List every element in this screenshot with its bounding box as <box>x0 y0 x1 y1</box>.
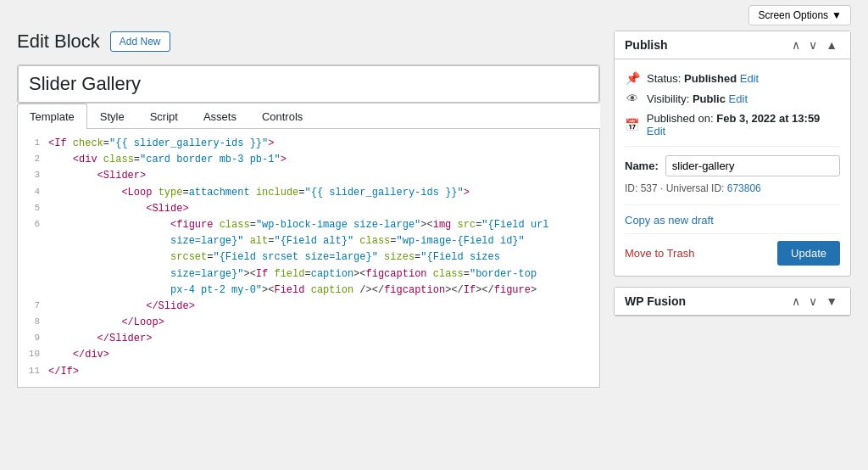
tab-assets[interactable]: Assets <box>191 104 249 129</box>
line-content-3: <Slider> <box>48 168 593 184</box>
divider-1 <box>625 146 840 147</box>
code-line-8: 8 </Loop> <box>18 315 599 331</box>
block-title-wrap <box>17 64 600 104</box>
line-content-11: </If> <box>48 364 593 380</box>
screen-options-arrow: ▼ <box>832 9 842 21</box>
screen-options-bar: Screen Options ▼ <box>0 0 868 31</box>
line-content-7: </Slide> <box>48 299 593 315</box>
code-line-10: 10 </div> <box>18 347 599 363</box>
screen-options-label: Screen Options <box>758 9 828 21</box>
published-label: Published on: Feb 3, 2022 at 13:59 Edit <box>647 112 840 137</box>
visibility-row: 👁 Visibility: Public Edit <box>625 88 840 109</box>
name-label: Name: <box>625 159 659 172</box>
publish-box-title: Publish <box>625 38 668 52</box>
line-num-2: 2 <box>25 152 48 167</box>
tabs-row: Template Style Script Assets Controls <box>17 104 600 129</box>
publish-box-controls: ∧ ∨ ▲ <box>789 38 840 52</box>
tab-script[interactable]: Script <box>137 104 191 129</box>
calendar-icon: 📅 <box>625 118 640 131</box>
line-content-8: </Loop> <box>48 315 593 331</box>
status-label: Status: Published Edit <box>647 72 759 85</box>
name-input[interactable] <box>665 155 840 176</box>
visibility-edit-link[interactable]: Edit <box>729 92 748 105</box>
status-edit-link[interactable]: Edit <box>740 72 759 85</box>
right-panel: Publish ∧ ∨ ▲ 📌 Status: Published Edit <box>614 31 851 388</box>
code-line-1: 1 <If check="{{ slider_gallery-ids }}"> <box>18 136 599 152</box>
line-content-10: </div> <box>48 347 593 363</box>
universal-id-link[interactable]: 673806 <box>727 182 761 194</box>
wp-fusion-up-button[interactable]: ∧ <box>789 294 803 308</box>
line-num-3: 3 <box>25 168 48 183</box>
code-editor[interactable]: 1 <If check="{{ slider_gallery-ids }}"> … <box>17 129 600 388</box>
update-button[interactable]: Update <box>777 241 840 266</box>
wp-fusion-box-header: WP Fusion ∧ ∨ ▼ <box>615 288 850 316</box>
code-line-9: 9 </Slider> <box>18 331 599 347</box>
line-num-10: 10 <box>25 347 48 362</box>
code-line-3: 3 <Slider> <box>18 168 599 184</box>
wp-fusion-title: WP Fusion <box>625 294 686 308</box>
line-num-9: 9 <box>25 331 48 346</box>
publish-collapse-down-button[interactable]: ∨ <box>806 38 820 52</box>
code-line-11: 11 </If> <box>18 364 599 380</box>
code-line-5: 5 <Slide> <box>18 201 599 217</box>
line-content-2: <div class="card border mb-3 pb-1"> <box>48 152 593 168</box>
line-content-6: <figure class="wp-block-image size-large… <box>48 217 593 299</box>
line-content-9: </Slider> <box>48 331 593 347</box>
tab-style[interactable]: Style <box>87 104 137 129</box>
line-num-7: 7 <box>25 299 48 314</box>
published-row: 📅 Published on: Feb 3, 2022 at 13:59 Edi… <box>625 109 840 141</box>
publish-box-body: 📌 Status: Published Edit 👁 Visibility: P… <box>615 59 850 276</box>
block-title-input[interactable] <box>18 65 599 103</box>
line-content-4: <Loop type=attachment include="{{ slider… <box>48 185 593 201</box>
tab-controls[interactable]: Controls <box>249 104 315 129</box>
line-num-5: 5 <box>25 201 48 216</box>
visibility-label: Visibility: Public Edit <box>647 92 748 105</box>
status-row: 📌 Status: Published Edit <box>625 68 840 88</box>
wp-fusion-down-button[interactable]: ∨ <box>806 294 820 308</box>
wp-fusion-box: WP Fusion ∧ ∨ ▼ <box>614 287 851 316</box>
code-line-2: 2 <div class="card border mb-3 pb-1"> <box>18 152 599 168</box>
divider-2 <box>625 204 840 205</box>
line-num-8: 8 <box>25 315 48 330</box>
publish-actions: Move to Trash Update <box>625 233 840 267</box>
publish-box: Publish ∧ ∨ ▲ 📌 Status: Published Edit <box>614 31 851 277</box>
name-row: Name: <box>625 152 840 180</box>
id-row: ID: 537 · Universal ID: 673806 <box>625 180 840 199</box>
wp-fusion-toggle-button[interactable]: ▼ <box>823 294 840 308</box>
line-content-5: <Slide> <box>48 201 593 217</box>
line-num-11: 11 <box>25 364 48 379</box>
pin-icon: 📌 <box>625 71 640 85</box>
line-num-6: 6 <box>25 217 48 232</box>
eye-icon: 👁 <box>625 92 640 105</box>
page-title: Edit Block <box>17 31 100 53</box>
add-new-button[interactable]: Add New <box>110 31 170 52</box>
code-line-6: 6 <figure class="wp-block-image size-lar… <box>18 217 599 299</box>
left-panel: Edit Block Add New Template Style Script… <box>17 31 600 388</box>
published-edit-link[interactable]: Edit <box>647 125 665 137</box>
tab-template[interactable]: Template <box>17 104 87 129</box>
publish-collapse-up-button[interactable]: ∧ <box>789 38 803 52</box>
move-to-trash-link[interactable]: Move to Trash <box>625 247 694 260</box>
copy-draft-link[interactable]: Copy as new draft <box>625 210 840 228</box>
code-line-7: 7 </Slide> <box>18 299 599 315</box>
line-num-4: 4 <box>25 185 48 200</box>
page-title-row: Edit Block Add New <box>17 31 600 53</box>
line-content-1: <If check="{{ slider_gallery-ids }}"> <box>48 136 593 152</box>
code-line-4: 4 <Loop type=attachment include="{{ slid… <box>18 185 599 201</box>
publish-toggle-button[interactable]: ▲ <box>823 38 840 52</box>
screen-options-button[interactable]: Screen Options ▼ <box>748 5 851 25</box>
publish-box-header: Publish ∧ ∨ ▲ <box>615 31 850 59</box>
wp-fusion-controls: ∧ ∨ ▼ <box>789 294 840 308</box>
line-num-1: 1 <box>25 136 48 151</box>
